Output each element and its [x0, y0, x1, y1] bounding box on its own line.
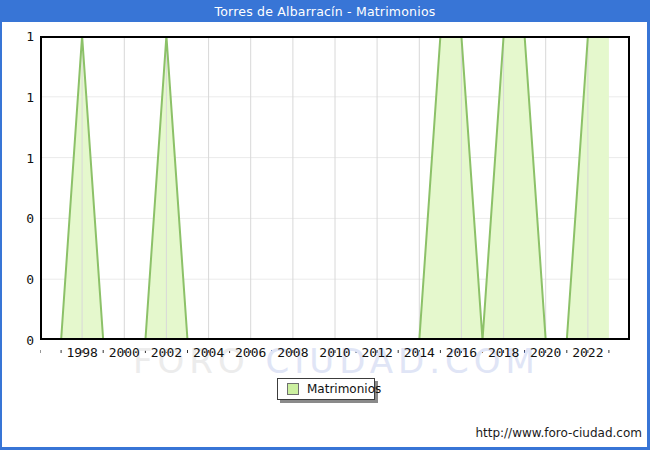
y-tick-label: 1 [0, 90, 34, 105]
chart-image: Torres de Albarracín - Matrimonios 11100… [0, 0, 650, 450]
legend-box: Matrimonios [277, 378, 375, 400]
y-tick-label: 1 [0, 29, 34, 44]
x-tick-label: 2010 [313, 345, 357, 360]
legend-label: Matrimonios [307, 383, 381, 395]
x-tick-label: 2000 [102, 345, 146, 360]
y-tick-label: 0 [0, 272, 34, 287]
y-tick-label: 0 [0, 333, 34, 348]
x-tick-label: 2002 [144, 345, 188, 360]
x-tick-label: 2022 [566, 345, 610, 360]
x-tick-label: 2020 [524, 345, 568, 360]
x-tick-label: 2018 [482, 345, 526, 360]
x-tick-label: 2012 [355, 345, 399, 360]
legend-swatch [287, 383, 299, 395]
plot-area [40, 36, 630, 340]
x-tick-label: 2004 [187, 345, 231, 360]
x-tick-label: 2014 [397, 345, 441, 360]
area-chart-svg [40, 36, 630, 340]
x-tick-label: 2016 [439, 345, 483, 360]
y-tick-label: 0 [0, 211, 34, 226]
chart-title: Torres de Albarracín - Matrimonios [215, 4, 436, 19]
x-tick-label: 2006 [229, 345, 273, 360]
x-tick-label: 1998 [60, 345, 104, 360]
area-fill [40, 36, 609, 340]
title-bar: Torres de Albarracín - Matrimonios [0, 0, 650, 22]
y-tick-label: 1 [0, 151, 34, 166]
source-url: http://www.foro-ciudad.com [475, 426, 642, 440]
x-tick-label: 2008 [271, 345, 315, 360]
